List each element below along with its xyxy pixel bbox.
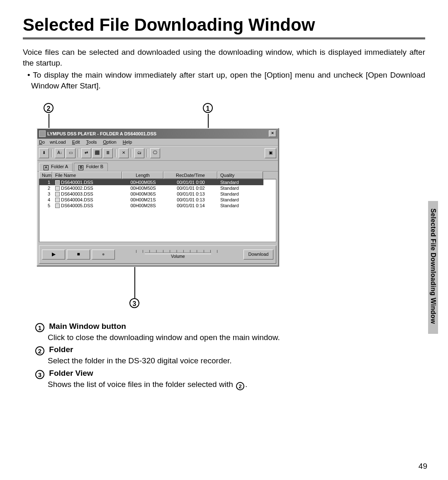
play-button[interactable]: ▶ (42, 250, 65, 260)
callout-2: 2 (44, 103, 54, 113)
intro-bullet: • To display the main window immediately… (23, 70, 425, 91)
col-num[interactable]: Num (39, 171, 52, 179)
file-icon (55, 198, 60, 202)
cell-quality: Standard (218, 185, 263, 191)
callout-1-number: 1 (203, 103, 213, 113)
table-row[interactable]: 3DS640003.DSS00H00M36S00/01/01 0:13Stand… (39, 191, 276, 197)
cell-num: 5 (39, 203, 53, 208)
cell-date: 00/01/01 0:13 (164, 191, 218, 197)
menu-edit[interactable]: Edit (72, 140, 80, 144)
folder-b-icon: B (78, 165, 83, 170)
cell-date: 00/01/01 0:02 (164, 185, 218, 191)
intro-paragraph-1: Voice files can be selected and download… (23, 47, 425, 68)
annot-2-num: 2 (35, 346, 44, 355)
main-window-button[interactable]: ▣ (265, 148, 276, 158)
intro-bullet-text: To display the main window immediately a… (31, 71, 425, 90)
download-window: LYMPUS DSS PLAYER - FOLDER A DS640001.DS… (37, 128, 279, 266)
annot-3-num: 3 (35, 370, 44, 379)
close-button[interactable]: × (269, 130, 276, 137)
annotations: 1 Main Window button Click to close the … (23, 321, 425, 390)
intro-text: Voice files can be selected and download… (23, 47, 425, 91)
toolbar-button-1[interactable]: ⬇ (39, 148, 49, 158)
title-rule (23, 37, 425, 39)
cell-length: 00H00M50S (122, 185, 164, 191)
list-header: Num File Name Length RecDate/Time Qualit… (39, 171, 276, 179)
side-tab-label: Selected File Downloading Window (429, 208, 437, 324)
cell-length: 00H00M05S (122, 179, 164, 185)
table-row[interactable]: 5DS640005.DSS00H00M28S00/01/01 0:14Stand… (39, 203, 276, 208)
file-icon (55, 192, 60, 196)
toolbar-button-6[interactable]: ≣ (103, 148, 113, 158)
menu-download[interactable]: DownLoad (39, 140, 66, 144)
annot-1-num: 1 (35, 323, 44, 332)
page-title: Selected File Downloading Window (23, 15, 425, 37)
volume-slider[interactable]: | | | | | | | | | | | | | Volume (117, 250, 239, 259)
toolbar-sep (51, 149, 53, 157)
cell-quality: Standard (218, 191, 263, 197)
cell-num: 2 (39, 185, 53, 191)
cell-date: 00/01/01 0:00 (164, 179, 218, 185)
file-icon (55, 203, 60, 208)
col-quality[interactable]: Quality (217, 171, 263, 179)
toolbar-sep (78, 149, 79, 157)
table-row[interactable]: 4DS640004.DSS00H00M21S00/01/01 0:13Stand… (39, 197, 276, 203)
cell-quality: Standard (218, 179, 263, 185)
cell-length: 00H00M21S (122, 197, 164, 203)
page-number: 49 (419, 462, 427, 471)
cell-name: DS640002.DSS (53, 185, 122, 191)
cell-date: 00/01/01 0:14 (164, 203, 218, 208)
table-row[interactable]: 2DS640002.DSS00H00M50S00/01/01 0:02Stand… (39, 185, 276, 191)
folder-a-icon: A (44, 165, 49, 170)
toolbar-button-3[interactable]: ▭ (66, 148, 75, 158)
download-button[interactable]: Download (243, 250, 273, 260)
system-icon (39, 130, 46, 137)
annot-2-head: Folder (49, 345, 73, 354)
toolbar-button-5[interactable]: ⬛ (92, 148, 102, 158)
annot-1-body: Click to close the downloading window an… (48, 332, 425, 343)
cell-quality: Standard (218, 197, 263, 203)
volume-label: Volume (117, 254, 239, 259)
file-list: 1DS640001.DSS00H00M05S00/01/01 0:00Stand… (39, 179, 276, 242)
cell-name: DS640001.DSS (53, 179, 122, 185)
titlebar: LYMPUS DSS PLAYER - FOLDER A DS640001.DS… (37, 129, 278, 139)
menu-tools[interactable]: Tools (86, 140, 97, 144)
file-icon (55, 186, 60, 191)
cell-name: DS640004.DSS (53, 197, 122, 203)
file-icon (55, 180, 60, 185)
annot-2-body: Select the folder in the DS-320 digital … (48, 355, 425, 367)
callout-2-number: 2 (44, 103, 54, 113)
toolbar-sep (131, 149, 132, 157)
playback-panel: ▶ ■ ● | | | | | | | | | | | | | Volume D… (39, 245, 276, 264)
toolbar-button-9[interactable]: 🖵 (150, 148, 160, 158)
cell-num: 1 (39, 179, 53, 185)
stop-button[interactable]: ■ (67, 250, 90, 260)
cell-num: 4 (39, 197, 53, 203)
callout-3-number: 3 (129, 298, 139, 308)
tab-folder-a[interactable]: A Folder A (39, 163, 73, 171)
folder-tabs: A Folder A B Folder B (37, 161, 278, 171)
col-length[interactable]: Length (122, 171, 163, 179)
menu-option[interactable]: Option (103, 140, 116, 144)
toolbar-button-8[interactable]: 🗂 (134, 148, 144, 158)
annot-1-head: Main Window button (49, 322, 126, 331)
menu-help[interactable]: Help (123, 140, 132, 144)
col-file-name[interactable]: File Name (52, 171, 122, 179)
callout-3-line (134, 267, 135, 298)
cell-name: DS640003.DSS (53, 191, 122, 197)
menu-bar: DownLoad Edit Tools Option Help (37, 139, 278, 146)
cell-name: DS640005.DSS (53, 203, 122, 208)
tab-folder-b[interactable]: B Folder B (74, 163, 108, 171)
annot-3-head: Folder View (49, 369, 93, 377)
toolbar-button-2[interactable]: A↓ (55, 148, 65, 158)
table-row[interactable]: 1DS640001.DSS00H00M05S00/01/01 0:00Stand… (39, 179, 276, 185)
record-button[interactable]: ● (92, 250, 115, 260)
toolbar-sep (146, 149, 148, 157)
toolbar-button-7[interactable]: ✕ (119, 148, 129, 158)
toolbar-button-4[interactable]: ⇄ (81, 148, 91, 158)
callout-3: 3 (129, 298, 139, 308)
annot-3-ref: 2 (236, 382, 244, 390)
folder-a-label: Folder A (51, 164, 68, 169)
col-recdate[interactable]: RecDate/Time (163, 171, 217, 179)
cell-date: 00/01/01 0:13 (164, 197, 218, 203)
window-title: LYMPUS DSS PLAYER - FOLDER A DS640001.DS… (47, 131, 269, 136)
